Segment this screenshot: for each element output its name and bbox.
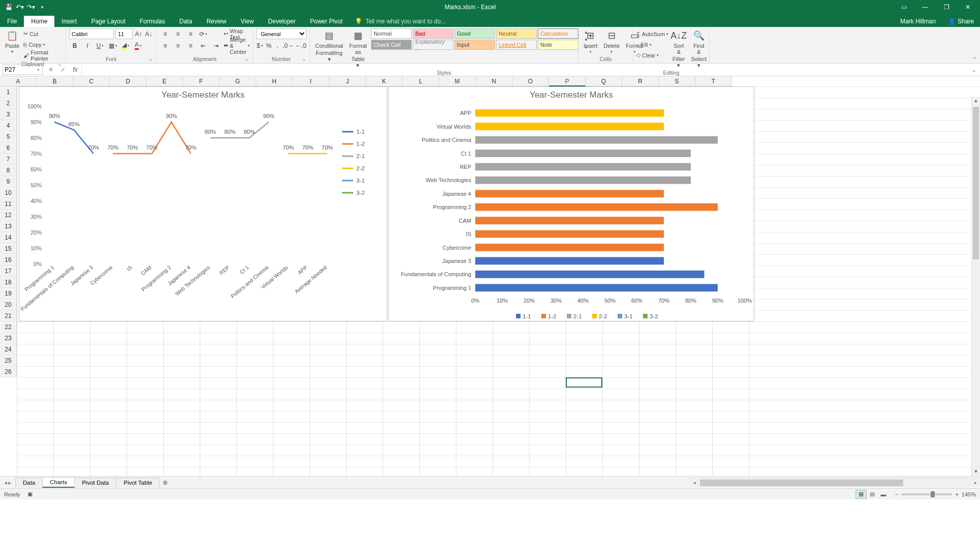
column-header-H[interactable]: H bbox=[256, 76, 293, 86]
style-calculation[interactable]: Calculation bbox=[538, 28, 578, 39]
font-dialog-launcher-icon[interactable]: ↘ bbox=[148, 57, 152, 62]
cut-button[interactable]: ✂ Cut bbox=[23, 28, 63, 39]
number-dialog-launcher-icon[interactable]: ↘ bbox=[302, 57, 305, 62]
sheet-tab-charts[interactable]: Charts bbox=[42, 477, 75, 488]
style-good[interactable]: Good bbox=[454, 28, 495, 39]
macro-record-icon[interactable]: ▣ bbox=[27, 491, 33, 497]
tab-view[interactable]: View bbox=[234, 16, 261, 27]
style-normal[interactable]: Normal bbox=[371, 28, 412, 39]
bold-button[interactable]: B bbox=[69, 40, 80, 51]
row-header-25[interactable]: 25 bbox=[0, 355, 17, 366]
align-middle-icon[interactable]: ≡ bbox=[172, 28, 183, 40]
insert-cells-button[interactable]: ⊞Insert▾ bbox=[581, 28, 600, 55]
column-header-O[interactable]: O bbox=[512, 76, 549, 86]
copy-button[interactable]: ⎘ Copy ▾ bbox=[23, 39, 63, 50]
column-header-Q[interactable]: Q bbox=[586, 76, 622, 86]
row-header-14[interactable]: 14 bbox=[0, 232, 17, 243]
share-button[interactable]: 👤 Share bbox=[942, 16, 980, 27]
underline-button[interactable]: U bbox=[95, 40, 106, 51]
new-sheet-button[interactable]: ⊕ bbox=[159, 479, 171, 487]
merge-center-button[interactable]: ⬌ Merge & Center ▾ bbox=[224, 40, 250, 51]
clipboard-dialog-launcher-icon[interactable]: ↘ bbox=[58, 63, 62, 67]
row-header-3[interactable]: 3 bbox=[0, 109, 17, 120]
close-button[interactable]: ✕ bbox=[958, 0, 978, 14]
tab-data[interactable]: Data bbox=[172, 16, 199, 27]
row-header-2[interactable]: 2 bbox=[0, 98, 17, 109]
style-neutral[interactable]: Neutral bbox=[496, 28, 537, 39]
row-header-12[interactable]: 12 bbox=[0, 210, 17, 221]
chart-bar-year-semester-marks[interactable]: Year-Semester Marks Programming 1Fundame… bbox=[388, 86, 754, 321]
maximize-button[interactable]: ❐ bbox=[936, 0, 957, 14]
tab-insert[interactable]: Insert bbox=[54, 16, 84, 27]
number-format-combo[interactable]: General bbox=[256, 28, 307, 39]
horizontal-scrollbar[interactable]: ◂ ▸ bbox=[690, 478, 980, 487]
row-header-23[interactable]: 23 bbox=[0, 333, 17, 344]
align-right-icon[interactable]: ≡ bbox=[185, 40, 196, 51]
scroll-right-icon[interactable]: ▸ bbox=[971, 480, 980, 485]
vertical-scrollbar[interactable]: ▲ ▼ bbox=[971, 97, 980, 476]
style-note[interactable]: Note bbox=[538, 40, 578, 50]
comma-format-icon[interactable]: , bbox=[274, 40, 281, 51]
orientation-icon[interactable]: ⟳ bbox=[198, 28, 209, 40]
grid-area[interactable]: Year-Semester Marks 0%10%20%30%40%50%60%… bbox=[17, 86, 980, 476]
column-header-C[interactable]: C bbox=[73, 76, 110, 86]
row-header-18[interactable]: 18 bbox=[0, 277, 17, 288]
row-header-22[interactable]: 22 bbox=[0, 321, 17, 333]
ribbon-display-options-icon[interactable]: ▭ bbox=[894, 0, 914, 14]
tab-page-layout[interactable]: Page Layout bbox=[84, 16, 132, 27]
column-header-N[interactable]: N bbox=[476, 76, 512, 86]
fill-color-button[interactable]: ◢ bbox=[120, 40, 131, 51]
column-header-J[interactable]: J bbox=[329, 76, 366, 86]
sheet-tab-pivot-data[interactable]: Pivot Data bbox=[74, 478, 116, 487]
tab-review[interactable]: Review bbox=[199, 16, 233, 27]
vertical-scrollbar-thumb[interactable] bbox=[973, 107, 979, 259]
row-header-10[interactable]: 10 bbox=[0, 187, 17, 198]
accounting-format-icon[interactable]: $ bbox=[256, 40, 264, 51]
column-header-I[interactable]: I bbox=[293, 76, 329, 86]
style-check-cell[interactable]: Check Cell bbox=[371, 40, 412, 50]
sheet-tab-pivot-table[interactable]: Pivot Table bbox=[116, 478, 160, 487]
font-size-combo[interactable] bbox=[115, 28, 133, 39]
column-header-E[interactable]: E bbox=[146, 76, 183, 86]
view-page-layout-icon[interactable]: ▤ bbox=[867, 490, 878, 499]
row-header-21[interactable]: 21 bbox=[0, 310, 17, 321]
scroll-left-icon[interactable]: ◂ bbox=[690, 480, 699, 485]
increase-indent-icon[interactable]: ⇥ bbox=[210, 40, 222, 51]
style-input[interactable]: Input bbox=[454, 40, 495, 50]
paste-button[interactable]: 📋 Paste ▼ bbox=[3, 28, 21, 55]
font-name-combo[interactable] bbox=[69, 28, 114, 39]
column-header-A[interactable]: A bbox=[0, 76, 37, 86]
row-header-20[interactable]: 20 bbox=[0, 299, 17, 310]
customize-qat-icon[interactable]: ▼ bbox=[38, 3, 47, 12]
font-color-button[interactable]: A bbox=[133, 40, 144, 51]
tab-file[interactable]: File bbox=[0, 16, 24, 27]
conditional-formatting-button[interactable]: ▤ Conditional Formatting ▾ bbox=[313, 28, 345, 63]
row-header-13[interactable]: 13 bbox=[0, 221, 17, 232]
sheet-tab-data[interactable]: Data bbox=[15, 478, 43, 487]
column-header-M[interactable]: M bbox=[439, 76, 476, 86]
sort-filter-button[interactable]: A↓ZSort &Filter ▾ bbox=[670, 28, 687, 69]
style-explanatory[interactable]: Explanatory ... bbox=[413, 40, 453, 50]
autosum-button[interactable]: ∑ AutoSum ▾ bbox=[636, 28, 668, 39]
scroll-up-icon[interactable]: ▲ bbox=[972, 97, 980, 105]
row-header-1[interactable]: 1 bbox=[0, 86, 17, 98]
column-header-S[interactable]: S bbox=[659, 76, 695, 86]
chart-line-year-semester-marks[interactable]: Year-Semester Marks 0%10%20%30%40%50%60%… bbox=[19, 86, 387, 321]
row-header-5[interactable]: 5 bbox=[0, 131, 17, 142]
row-header-4[interactable]: 4 bbox=[0, 120, 17, 131]
delete-cells-button[interactable]: ⊟Delete▾ bbox=[602, 28, 622, 55]
alignment-dialog-launcher-icon[interactable]: ↘ bbox=[245, 57, 249, 62]
column-header-R[interactable]: R bbox=[622, 76, 659, 86]
tell-me-search[interactable]: 💡 Tell me what you want to do... bbox=[350, 16, 451, 27]
fill-button[interactable]: ↓ Fill ▾ bbox=[636, 39, 668, 50]
row-header-26[interactable]: 26 bbox=[0, 366, 17, 377]
percent-format-icon[interactable]: % bbox=[265, 40, 272, 51]
sheet-nav-last-icon[interactable]: ▸ bbox=[8, 479, 11, 486]
decrease-font-icon[interactable]: A↓ bbox=[144, 28, 153, 40]
tab-power-pivot[interactable]: Power Pivot bbox=[303, 16, 350, 27]
save-icon[interactable]: 💾 bbox=[4, 3, 13, 12]
column-header-D[interactable]: D bbox=[110, 76, 146, 86]
collapse-ribbon-icon[interactable]: ^ bbox=[973, 56, 976, 62]
decrease-decimal-icon[interactable]: ←.0 bbox=[295, 40, 307, 51]
row-header-16[interactable]: 16 bbox=[0, 254, 17, 265]
